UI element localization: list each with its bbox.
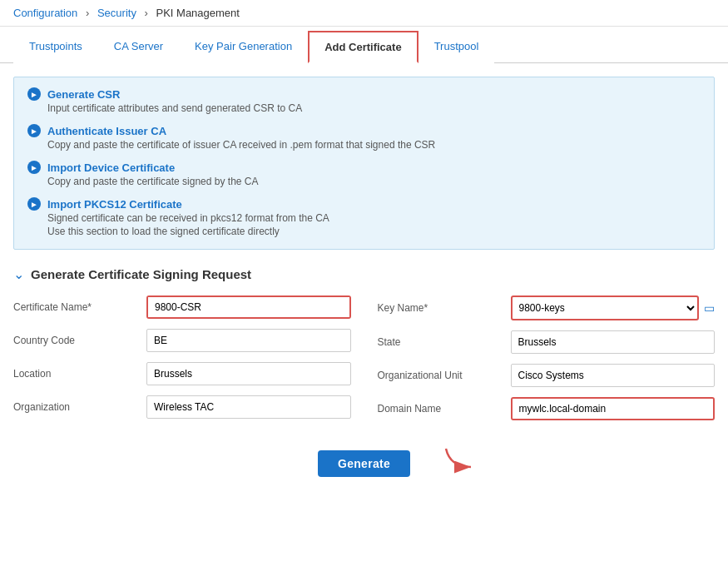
generate-button[interactable]: Generate [318,450,410,477]
separator-2: › [145,7,148,19]
key-name-outer: 9800-keys ▭ [511,295,716,320]
location-label: Location [13,368,146,380]
domain-name-input[interactable] [513,399,714,419]
info-item-1: ► Generate CSR Input certificate attribu… [27,87,701,114]
key-name-label: Key Name* [378,302,511,314]
info-desc-1: Input certificate attributes and send ge… [47,102,701,114]
location-row: Location [13,362,351,385]
tab-add-certificate[interactable]: Add Certificate [308,31,418,63]
org-unit-row: Organizational Unit [378,364,716,387]
info-item-2: ► Authenticate Issuer CA Copy and paste … [27,124,701,151]
bullet-1: ► [27,87,41,101]
key-name-row: Key Name* 9800-keys ▭ [378,295,716,320]
info-title-text-3: Import Device Certificate [47,161,175,174]
info-item-3: ► Import Device Certificate Copy and pas… [27,161,701,187]
edit-icon[interactable]: ▭ [704,301,715,315]
certificate-name-row: Certificate Name* [13,295,351,319]
form-col-right: Key Name* 9800-keys ▭ State Organization… [364,295,716,430]
state-label: State [378,336,511,348]
info-desc-2: Copy and paste the certificate of issuer… [47,139,701,151]
info-title-2: ► Authenticate Issuer CA [27,124,701,137]
button-area: Generate [13,450,715,477]
country-code-label: Country Code [13,335,146,346]
breadcrumb-current: PKI Management [156,7,239,19]
bullet-3: ► [27,161,41,174]
organization-input[interactable] [146,395,351,419]
info-title-text-4: Import PKCS12 Certificate [47,198,182,211]
state-row: State [378,330,716,354]
certificate-name-label: Certificate Name* [13,301,146,313]
info-title-text-2: Authenticate Issuer CA [47,125,166,137]
location-input[interactable] [146,362,351,385]
organization-row: Organization [13,395,351,419]
breadcrumb: Configuration › Security › PKI Managemen… [0,0,728,27]
info-title-3: ► Import Device Certificate [27,161,701,174]
info-item-4: ► Import PKCS12 Certificate Signed certi… [27,197,701,237]
form-col-left: Certificate Name* Country Code Location … [13,295,364,430]
country-code-row: Country Code [13,329,351,352]
info-desc-3: Copy and paste the certificate signed by… [47,176,701,187]
info-title-4: ► Import PKCS12 Certificate [27,197,701,211]
domain-name-row: Domain Name [378,397,716,420]
state-input[interactable] [511,330,716,354]
chevron-down-icon[interactable]: ⌄ [13,266,24,282]
info-desc-4b: Use this section to load the signed cert… [47,226,701,237]
certificate-name-input-box [146,295,351,319]
separator-1: › [86,7,89,19]
info-box: ► Generate CSR Input certificate attribu… [13,77,715,250]
tab-ca-server[interactable]: CA Server [98,31,179,63]
bullet-4: ► [27,197,41,211]
domain-name-label: Domain Name [378,403,511,415]
breadcrumb-config[interactable]: Configuration [13,7,77,19]
tab-trustpool[interactable]: Trustpool [418,31,495,63]
tab-key-pair-generation[interactable]: Key Pair Generation [179,31,308,63]
breadcrumb-security[interactable]: Security [97,7,136,19]
form-section: ⌄ Generate Certificate Signing Request C… [13,266,715,477]
info-title-1: ► Generate CSR [27,87,701,101]
info-title-text-1: Generate CSR [47,88,120,101]
key-name-select-box: 9800-keys [511,295,700,320]
section-title: Generate Certificate Signing Request [31,267,251,281]
domain-name-input-box [511,397,716,420]
arrow-icon [442,442,483,475]
bullet-2: ► [27,124,41,137]
tab-bar: Trustpoints CA Server Key Pair Generatio… [0,30,728,63]
org-unit-label: Organizational Unit [378,370,511,381]
form-grid: Certificate Name* Country Code Location … [13,295,715,430]
key-name-select[interactable]: 9800-keys [513,297,698,319]
org-unit-input[interactable] [511,364,716,387]
certificate-name-input[interactable] [148,297,349,317]
country-code-input[interactable] [146,329,351,352]
info-desc-4a: Signed certificate can be received in pk… [47,212,701,224]
section-header: ⌄ Generate Certificate Signing Request [13,266,715,282]
tab-trustpoints[interactable]: Trustpoints [13,31,98,63]
organization-label: Organization [13,401,146,413]
